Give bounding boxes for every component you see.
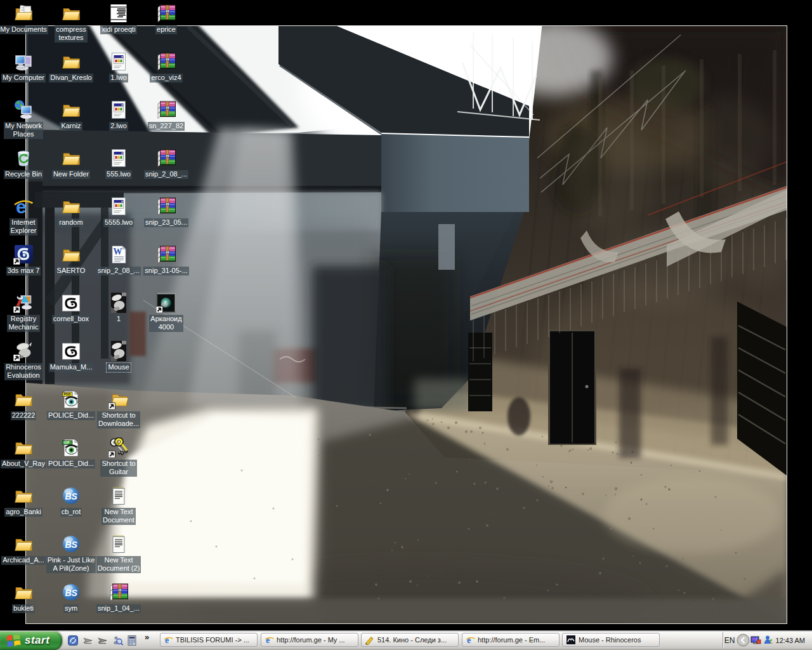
svg-text:e: e [266, 635, 270, 645]
svg-text:e: e [467, 635, 471, 645]
svg-text:e: e [165, 635, 169, 645]
